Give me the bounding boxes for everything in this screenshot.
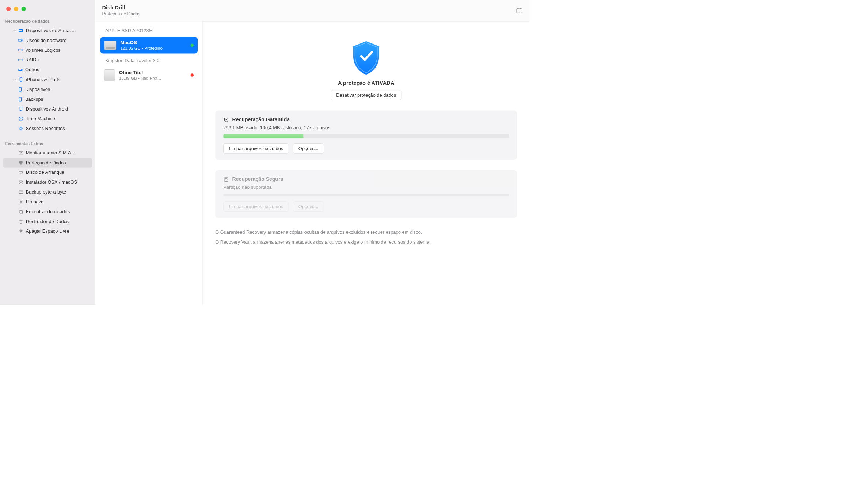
card-subtitle: Partição não suportada [223,184,509,190]
phone-icon [18,87,23,92]
progress-fill [223,134,303,138]
sidebar-item-label: Volumes Lógicos [25,47,88,53]
card-title: Recuperação Segura [232,176,283,182]
zoom-window-button[interactable] [22,7,26,11]
progress-bar-disabled [223,194,509,196]
status-dot-protected-icon [191,44,194,47]
sidebar-item-label: Backups [25,96,88,102]
sidebar-item-label: Time Machine [26,116,88,122]
sidebar-item-storage-devices[interactable]: Dispositivos de Armaz... [3,26,92,35]
titlebar: Disk Drill Proteção de Dados [95,0,529,22]
sidebar-item-cleanup[interactable]: Limpeza [3,197,92,207]
phone-icon [18,96,23,102]
sidebar-item-backups[interactable]: Backups [3,94,92,104]
shield-outline-icon [223,117,229,123]
sidebar-item-label: Instalador OSX / macOS [26,180,88,185]
sidebar-item-others[interactable]: Outros [3,65,92,75]
card-guaranteed-recovery: Recuperação Garantida 296,1 MB usado, 10… [215,111,517,160]
svg-point-7 [22,60,22,60]
svg-rect-13 [19,97,21,101]
sidebar-item-iphones-ipads[interactable]: iPhones & iPads [3,75,92,84]
chevron-down-icon [13,78,16,81]
app-title: Disk Drill [102,5,140,11]
clear-deleted-files-button-disabled: Limpar arquivos excluídos [223,201,289,211]
svg-rect-12 [19,87,21,91]
phone-icon [18,77,24,82]
volume-item-macos[interactable]: MacOS 121,02 GB • Protegido [100,37,198,53]
volume-item-ohne-titel[interactable]: Ohne Titel 15,39 GB • Não Prot... [100,67,198,83]
svg-point-1 [22,30,22,31]
progress-bar [223,134,509,138]
sidebar-item-label: RAIDs [25,57,88,63]
sidebar-item-raids[interactable]: RAIDs [3,55,92,65]
info-line-1: O Guaranteed Recovery armazena cópias oc… [215,228,517,236]
svg-rect-26 [224,177,228,181]
sidebar-item-find-duplicates[interactable]: Encontrar duplicados [3,207,92,217]
svg-point-20 [22,172,22,173]
sidebar-item-byte-backup[interactable]: Backup byte-a-byte [3,187,92,197]
trash-icon [18,219,24,224]
info-line-2: O Recovery Vault armazena apenas metadad… [215,238,517,246]
sidebar-item-label: Disco de Arranque [26,170,88,175]
sidebar-item-label: Apagar Espaço Livre [26,229,88,234]
sidebar-item-erase-free-space[interactable]: Apagar Espaço Livre [3,226,92,236]
sidebar-item-label: Monitoramento S.M.A.... [26,150,88,156]
sidebar-item-recent-sessions[interactable]: Sessões Recentes [3,124,92,134]
book-icon[interactable] [516,7,523,14]
sidebar-item-smart[interactable]: Monitoramento S.M.A.... [3,148,92,158]
volume-subtitle: 121,02 GB • Protegido [120,46,186,51]
sidebar-item-devices[interactable]: Dispositivos [3,84,92,94]
sidebar-item-boot-disk[interactable]: Disco de Arranque [3,168,92,178]
card-subtitle: 296,1 MB usado, 100,4 MB rastreado, 177 … [223,125,509,130]
sparkle-icon [18,229,24,234]
x-circle-icon [18,180,24,185]
svg-point-5 [22,50,22,50]
sidebar-item-data-protection[interactable]: Proteção de Dados [3,158,92,168]
volume-list: APPLE SSD AP0128M MacOS 121,02 GB • Prot… [95,22,203,305]
status-dot-unprotected-icon [191,73,194,77]
drive-icon [18,170,24,175]
sidebar-item-time-machine[interactable]: Time Machine [3,114,92,124]
sidebar-item-label: Destruidor de Dados [26,219,88,224]
page-subtitle: Proteção de Dados [102,11,140,16]
phone-icon [18,106,24,112]
close-window-button[interactable] [6,7,11,11]
svg-rect-23 [19,192,23,193]
sidebar-item-label: Outros [25,67,88,73]
target-icon [223,176,229,182]
shield-icon [18,160,24,165]
sidebar-item-label: Dispositivos Android [26,106,88,112]
sidebar-item-label: iPhones & iPads [26,77,88,82]
sidebar-item-logical-volumes[interactable]: Volumes Lógicos [3,45,92,55]
sidebar-item-data-shredder[interactable]: Destruidor de Dados [3,217,92,226]
svg-point-17 [20,128,22,129]
sidebar-item-label: Limpeza [26,199,88,205]
protection-status: A proteção é ATIVADA [338,80,395,86]
volume-subtitle: 15,39 GB • Não Prot... [119,76,187,80]
activity-icon [18,150,24,156]
sidebar-item-label: Proteção de Dados [26,160,88,165]
clear-deleted-files-button[interactable]: Limpar arquivos excluídos [223,143,289,153]
svg-point-27 [225,178,227,180]
volume-name: MacOS [120,40,186,46]
sidebar-item-osx-installer[interactable]: Instalador OSX / macOS [3,178,92,187]
sidebar-item-label: Dispositivos [25,87,88,92]
detail-pane: A proteção é ATIVADA Desativar proteção … [203,22,529,305]
sidebar-item-label: Sessões Recentes [26,126,88,131]
svg-point-9 [22,69,22,70]
options-button-disabled: Opções... [293,201,324,211]
disable-protection-button[interactable]: Desativar proteção de dados [331,90,401,100]
options-button[interactable]: Opções... [293,143,324,153]
volume-group-header: APPLE SSD AP0128M [95,25,202,35]
window-controls [0,5,95,17]
sidebar-item-android[interactable]: Dispositivos Android [3,104,92,114]
disk-icon [18,38,23,43]
minimize-window-button[interactable] [14,7,18,11]
sidebar-item-label: Discos de hardware [25,38,88,43]
sidebar-item-label: Dispositivos de Armaz... [26,28,88,33]
svg-rect-24 [19,210,22,213]
disk-icon [18,28,24,33]
disk-icon [18,57,23,63]
sidebar-item-hardware-disks[interactable]: Discos de hardware [3,35,92,45]
sidebar-item-label: Encontrar duplicados [26,209,88,214]
